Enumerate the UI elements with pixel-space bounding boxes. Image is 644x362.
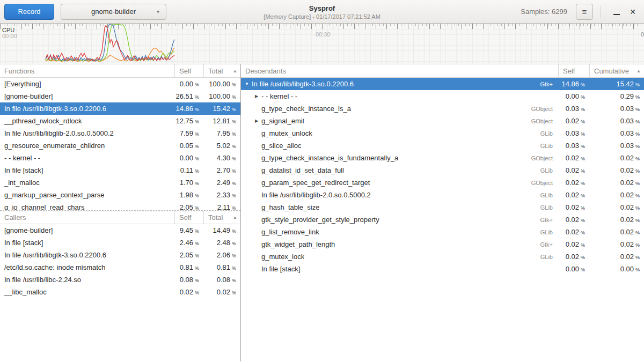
percent-value: 4.30: [217, 154, 230, 162]
table-row[interactable]: ▶g_signal_emitGObject0.02%0.03%: [241, 115, 644, 127]
table-row[interactable]: [Everything]0.00%100.00%: [0, 78, 240, 90]
table-row[interactable]: - - kernel - -0.00%4.30%: [0, 152, 240, 164]
table-row[interactable]: In file /usr/lib/libgtk-3.so.0.2200.614.…: [0, 102, 240, 115]
table-row[interactable]: g_param_spec_get_redirect_targetGObject0…: [241, 176, 644, 189]
table-row[interactable]: __libc_malloc0.02%0.02%: [0, 286, 240, 298]
table-row[interactable]: ▶- - kernel - -0.00%0.29%: [241, 90, 644, 102]
function-name: g_io_channel_read_chars: [0, 203, 85, 211]
percent-value: 0.02: [620, 179, 634, 187]
window-title: Sysprof: [309, 4, 335, 12]
table-row[interactable]: _int_malloc1.70%2.49%: [0, 176, 240, 189]
percent-sign: %: [232, 82, 236, 87]
column-header-functions[interactable]: Functions: [0, 64, 174, 77]
menu-button[interactable]: ≡: [576, 4, 593, 20]
percent-cell: 0.00%: [558, 265, 589, 273]
function-name: g_signal_emit: [260, 117, 304, 125]
sort-ascending-icon: ▲: [233, 215, 240, 220]
table-row[interactable]: In file [stack]0.11%2.70%: [0, 164, 240, 176]
percent-cell: 2.05%: [174, 203, 203, 211]
callers-table-body: [gnome-builder]9.45%14.49%In file [stack…: [0, 224, 240, 298]
table-row[interactable]: g_resource_enumerate_children0.05%5.02%: [0, 139, 240, 152]
main-area: Functions Self Total ▲ [Everything]0.00%…: [0, 64, 644, 361]
percent-cell: 0.02%: [589, 228, 644, 236]
column-header-total[interactable]: Total ▲: [203, 211, 240, 224]
table-row[interactable]: In file /usr/lib/libc-2.24.so0.08%0.08%: [0, 274, 240, 286]
percent-sign: %: [232, 278, 236, 283]
table-row[interactable]: gtk_widget_path_lengthGtk+0.02%0.02%: [241, 238, 644, 250]
record-button[interactable]: Record: [4, 4, 54, 20]
table-row[interactable]: __pthread_rwlock_rdlock12.75%12.81%: [0, 115, 240, 127]
table-row[interactable]: g_type_check_instance_is_aGObject0.03%0.…: [241, 102, 644, 115]
percent-value: 0.02: [620, 253, 634, 261]
column-header-self[interactable]: Self: [174, 211, 203, 224]
table-row[interactable]: g_mutex_unlockGLib0.03%0.03%: [241, 127, 644, 139]
table-row[interactable]: ▼In file /usr/lib/libgtk-3.so.0.2200.6Gt…: [241, 78, 644, 90]
percent-sign: %: [195, 107, 199, 112]
functions-table-header: Functions Self Total ▲: [0, 64, 240, 78]
time-label-0: 00:00: [2, 33, 17, 39]
table-row[interactable]: In file [stack]0.00%0.00%: [241, 263, 644, 275]
percent-value: 15.42: [213, 105, 230, 113]
percent-value: 0.81: [180, 263, 193, 271]
process-selector-dropdown[interactable]: gnome-builder ▾: [61, 4, 166, 20]
percent-sign: %: [635, 82, 640, 87]
table-row[interactable]: g_mutex_lockGLib0.02%0.02%: [241, 250, 644, 263]
function-name: In file /usr/lib/libgtk-3.so.0.2200.6: [0, 251, 106, 259]
column-header-total[interactable]: Total ▲: [203, 64, 240, 77]
library-badge: GLib: [536, 204, 558, 211]
percent-sign: %: [195, 205, 199, 211]
table-row[interactable]: g_hash_table_sizeGLib0.02%0.02%: [241, 201, 644, 213]
percent-cell: 0.02%: [558, 228, 589, 236]
column-header-descendants[interactable]: Descendants: [241, 64, 558, 77]
close-button[interactable]: ✕: [625, 4, 641, 20]
function-name: /etc/ld.so.cache: inode mismatch: [0, 263, 106, 271]
table-row[interactable]: [gnome-builder]9.45%14.49%: [0, 224, 240, 237]
column-header-cumulative[interactable]: Cumulative ▲: [589, 64, 644, 77]
table-row[interactable]: g_slice_allocGLib0.03%0.03%: [241, 139, 644, 152]
column-header-callers[interactable]: Callers: [0, 211, 174, 224]
percent-cell: 0.11%: [174, 166, 203, 174]
percent-value: 2.33: [217, 191, 230, 199]
table-row[interactable]: g_list_remove_linkGLib0.02%0.02%: [241, 226, 644, 238]
expander-expanded-icon[interactable]: ▼: [243, 82, 251, 86]
table-row[interactable]: g_io_channel_read_chars2.05%2.11%: [0, 201, 240, 211]
table-row[interactable]: gtk_style_provider_get_style_propertyGtk…: [241, 213, 644, 226]
expander-collapsed-icon[interactable]: ▶: [253, 119, 260, 123]
table-row[interactable]: In file /usr/lib/libgtk-3.so.0.2200.62.0…: [0, 249, 240, 261]
percent-sign: %: [195, 265, 199, 271]
library-badge: GObject: [527, 106, 558, 112]
percent-sign: %: [581, 119, 585, 124]
minimize-button[interactable]: [609, 4, 625, 20]
expander-collapsed-icon[interactable]: ▶: [253, 94, 260, 99]
percent-cell: 0.03%: [558, 105, 589, 113]
percent-value: 0.02: [620, 216, 634, 224]
percent-value: 0.02: [566, 154, 579, 162]
right-panel: Descendants Self Cumulative ▲ ▼In file /…: [241, 64, 644, 361]
function-name: In file [stack]: [0, 239, 43, 247]
table-row[interactable]: /etc/ld.so.cache: inode mismatch0.81%0.8…: [0, 261, 240, 274]
close-icon: ✕: [630, 8, 636, 16]
percent-value: 2.05: [180, 251, 193, 259]
table-row[interactable]: In file /usr/lib/libglib-2.0.so.0.5000.2…: [241, 189, 644, 201]
cpu-graph[interactable]: CPU 00:00 00:30 01:00: [0, 24, 644, 64]
table-row[interactable]: In file [stack]2.46%2.48%: [0, 237, 240, 249]
column-header-self[interactable]: Self: [174, 64, 203, 77]
percent-sign: %: [581, 107, 585, 112]
percent-cell: 0.03%: [589, 117, 644, 125]
table-row[interactable]: g_type_check_instance_is_fundamentally_a…: [241, 152, 644, 164]
table-row[interactable]: g_markup_parse_context_parse1.98%2.33%: [0, 189, 240, 201]
table-row[interactable]: [gnome-builder]26.51%100.00%: [0, 90, 240, 102]
table-row[interactable]: In file /usr/lib/libglib-2.0.so.0.5000.2…: [0, 127, 240, 139]
percent-value: 2.70: [217, 166, 230, 174]
table-row[interactable]: g_datalist_id_set_data_fullGLib0.02%0.02…: [241, 164, 644, 176]
functions-table-body: [Everything]0.00%100.00%[gnome-builder]2…: [0, 78, 240, 211]
percent-value: 0.02: [566, 240, 579, 248]
percent-sign: %: [232, 193, 236, 198]
column-header-self[interactable]: Self: [558, 64, 589, 77]
sort-ascending-icon: ▲: [233, 69, 240, 73]
function-name: In file [stack]: [260, 265, 300, 273]
function-name: __pthread_rwlock_rdlock: [0, 117, 82, 125]
percent-sign: %: [195, 290, 199, 295]
percent-sign: %: [195, 168, 199, 174]
percent-cell: 0.03%: [589, 142, 644, 150]
